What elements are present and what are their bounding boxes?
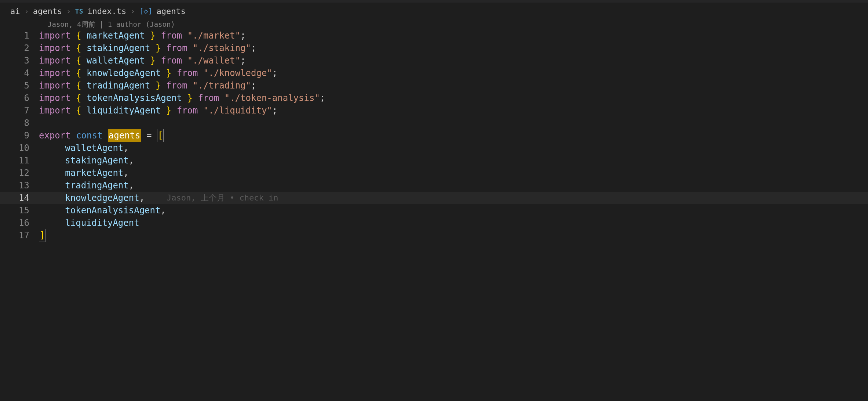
- code-line-current[interactable]: 14 knowledgeAgent,Jason, 上个月 • check in: [0, 192, 868, 204]
- line-number: 10: [0, 142, 39, 154]
- code-line[interactable]: 10 walletAgent,: [0, 142, 868, 154]
- breadcrumb-seg-agents[interactable]: agents: [33, 7, 62, 16]
- line-number: 14: [0, 192, 39, 204]
- code-line[interactable]: 15 tokenAnalysisAgent,: [0, 204, 868, 217]
- keyword-export: export: [39, 129, 71, 142]
- identifier: walletAgent: [65, 142, 123, 154]
- selection-highlight: agents: [108, 129, 141, 142]
- brace-close: }: [150, 29, 155, 42]
- chevron-right-icon: ›: [24, 7, 29, 16]
- chevron-right-icon: ›: [130, 7, 135, 16]
- line-number: 13: [0, 179, 39, 192]
- line-number: 15: [0, 204, 39, 217]
- line-number: 2: [0, 42, 39, 54]
- keyword-const: const: [76, 129, 102, 142]
- line-number: 4: [0, 67, 39, 79]
- line-number: 7: [0, 104, 39, 117]
- symbol-variable-icon: [◇]: [139, 7, 152, 15]
- breadcrumb-filename[interactable]: index.ts: [87, 7, 126, 16]
- code-line[interactable]: 5 import { tradingAgent } from "./tradin…: [0, 79, 868, 92]
- brace-open: {: [76, 29, 81, 42]
- line-number: 3: [0, 54, 39, 67]
- bracket-open: [: [157, 129, 164, 142]
- line-number: 11: [0, 154, 39, 167]
- code-line[interactable]: 7 import { liquidityAgent } from "./liqu…: [0, 104, 868, 117]
- code-line[interactable]: 2 import { stakingAgent } from "./stakin…: [0, 42, 868, 54]
- line-number: 6: [0, 92, 39, 104]
- git-inline-blame[interactable]: Jason, 上个月 • check in: [145, 192, 278, 204]
- indent-guide: [39, 204, 49, 217]
- line-number: 5: [0, 79, 39, 92]
- code-line[interactable]: 3 import { walletAgent } from "./wallet"…: [0, 54, 868, 67]
- semicolon: ;: [240, 29, 245, 42]
- breadcrumb-symbol[interactable]: agents: [157, 7, 186, 16]
- indent-guide: [39, 217, 49, 229]
- indent-guide: [39, 179, 49, 192]
- code-editor[interactable]: Jason, 4周前 | 1 author (Jason) 1 import {…: [0, 19, 868, 242]
- indent-guide: [39, 142, 49, 154]
- keyword-import: import: [39, 29, 71, 42]
- equals: =: [146, 129, 152, 142]
- code-line[interactable]: 12 marketAgent,: [0, 167, 868, 179]
- typescript-file-icon: TS: [75, 7, 83, 15]
- bracket-close: ]: [39, 229, 45, 242]
- code-line[interactable]: 9 export const agents = [: [0, 129, 868, 142]
- line-number: 16: [0, 217, 39, 229]
- code-line[interactable]: 17 ]: [0, 229, 868, 242]
- code-line[interactable]: 1 import { marketAgent } from "./market"…: [0, 29, 868, 42]
- breadcrumb-seg-ai[interactable]: ai: [10, 7, 20, 16]
- tab-bar[interactable]: [0, 0, 868, 3]
- indent-guide: [39, 154, 49, 167]
- line-number: 9: [0, 129, 39, 142]
- line-number: 17: [0, 229, 39, 242]
- identifier: marketAgent: [87, 29, 145, 42]
- string-literal: "./market": [187, 29, 241, 42]
- git-codelens[interactable]: Jason, 4周前 | 1 author (Jason): [0, 19, 868, 29]
- breadcrumb[interactable]: ai › agents › TS index.ts › [◇] agents: [0, 3, 868, 19]
- indent-guide: [39, 167, 49, 179]
- code-line[interactable]: 13 tradingAgent,: [0, 179, 868, 192]
- code-line[interactable]: 8: [0, 117, 868, 129]
- code-line[interactable]: 11 stakingAgent,: [0, 154, 868, 167]
- code-line[interactable]: 4 import { knowledgeAgent } from "./know…: [0, 67, 868, 79]
- line-number: 12: [0, 167, 39, 179]
- chevron-right-icon: ›: [66, 7, 71, 16]
- indent-guide: [39, 192, 49, 204]
- line-number: 1: [0, 29, 39, 42]
- line-number: 8: [0, 117, 39, 129]
- keyword-from: from: [161, 29, 182, 42]
- code-line[interactable]: 16 liquidityAgent: [0, 217, 868, 229]
- code-line[interactable]: 6 import { tokenAnalysisAgent } from "./…: [0, 92, 868, 104]
